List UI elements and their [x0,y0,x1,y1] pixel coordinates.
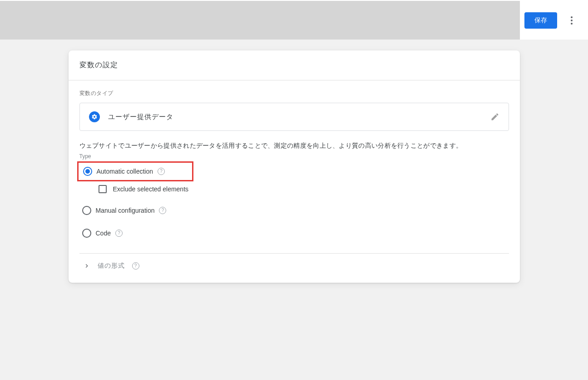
radio-manual-label: Manual configuration [96,207,155,214]
radio-unchecked-icon[interactable] [82,206,91,215]
gear-icon [89,111,100,122]
highlighted-radio-annotation: Automatic collection ? [77,161,194,181]
description-text: ウェブサイトでユーザーから提供されたデータを活用することで、測定の精度を向上し、… [79,141,509,150]
value-format-collapsed-row[interactable]: 値の形式 ? [79,254,509,279]
card-body: 変数のタイプ ユーザー提供データ ウェブサイトでユーザーから提供されたデータを活… [69,80,520,283]
exclude-elements-label: Exclude selected elements [113,185,189,193]
exclude-elements-checkbox-row[interactable]: Exclude selected elements [79,182,509,198]
checkbox-unchecked-icon[interactable] [99,185,107,193]
chevron-right-icon [83,262,90,270]
variable-type-selector[interactable]: ユーザー提供データ [79,103,509,131]
radio-list: Manual configuration ? Code ? [79,198,509,247]
help-icon[interactable]: ? [158,168,165,175]
variable-type-label: 変数のタイプ [79,90,509,97]
variable-settings-card: 変数の設定 変数のタイプ ユーザー提供データ ウェブサイトでユーザーから提供され… [69,50,520,283]
variable-type-name: ユーザー提供データ [108,113,482,121]
header-actions: 保存 [520,1,588,40]
radio-checked-icon[interactable] [83,167,92,176]
page-header: 保存 [0,1,588,40]
content-area: 変数の設定 変数のタイプ ユーザー提供データ ウェブサイトでユーザーから提供され… [0,40,588,283]
radio-unchecked-icon[interactable] [82,229,91,238]
save-button[interactable]: 保存 [524,12,557,29]
radio-manual-configuration[interactable]: Manual configuration ? [79,202,509,219]
value-format-label: 値の形式 [98,262,125,270]
more-menu-icon[interactable] [566,15,577,26]
help-icon[interactable]: ? [132,262,139,270]
radio-automatic-label: Automatic collection [97,168,153,175]
card-title: 変数の設定 [69,50,520,80]
edit-icon[interactable] [490,112,499,121]
radio-code-label: Code [96,230,111,237]
help-icon[interactable]: ? [159,207,166,214]
type-label: Type [79,153,509,160]
radio-code[interactable]: Code ? [79,225,509,241]
help-icon[interactable]: ? [115,230,123,237]
radio-automatic-collection[interactable]: Automatic collection ? [79,165,165,177]
